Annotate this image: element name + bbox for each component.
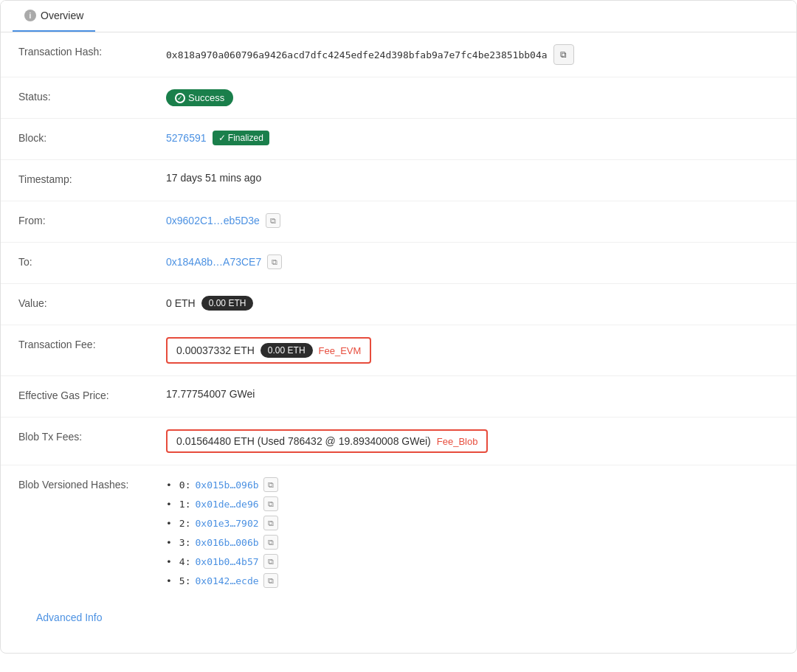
status-value: ✓ Success — [166, 89, 779, 106]
blob-hash-link[interactable]: 0x01b0…4b57 — [195, 556, 258, 567]
advanced-info-link[interactable]: Advanced Info — [18, 600, 120, 635]
effective-gas-price-value: 17.77754007 GWei — [166, 388, 779, 400]
blob-hash-copy-button[interactable]: ⧉ — [263, 535, 278, 550]
eth-value-text: 0 ETH — [166, 297, 196, 309]
to-copy-button[interactable]: ⧉ — [267, 254, 282, 269]
effective-gas-price-row: Effective Gas Price: 17.77754007 GWei — [1, 376, 796, 418]
transaction-fee-eth: 0.00037332 ETH — [176, 344, 255, 356]
blob-bullet: • — [166, 499, 172, 510]
status-badge: ✓ Success — [166, 89, 233, 106]
transaction-details: Transaction Hash: 0x818a970a060796a9426a… — [1, 32, 796, 600]
blob-hash-item: •5: 0x0142…ecde⧉ — [166, 573, 278, 588]
blob-hash-item: •2: 0x01e3…7902⧉ — [166, 516, 278, 530]
block-value: 5276591 ✓ Finalized — [166, 131, 779, 145]
from-address-link[interactable]: 0x9602C1…eb5D3e — [166, 215, 260, 226]
to-row: To: 0x184A8b…A73CE7 ⧉ — [1, 243, 796, 284]
tab-bar: i Overview — [1, 1, 796, 32]
blob-hash-index: 4: — [179, 556, 191, 567]
effective-gas-price-label: Effective Gas Price: — [18, 388, 166, 401]
blob-bullet: • — [166, 537, 172, 548]
blob-bullet: • — [166, 575, 172, 586]
to-label: To: — [18, 254, 166, 268]
blob-hash-copy-button[interactable]: ⧉ — [263, 477, 278, 492]
tab-overview[interactable]: i Overview — [13, 1, 95, 32]
blob-hash-link[interactable]: 0x01e3…7902 — [195, 518, 258, 529]
blob-hash-index: 5: — [179, 575, 191, 586]
block-number-link[interactable]: 5276591 — [166, 132, 207, 144]
from-row: From: 0x9602C1…eb5D3e ⧉ — [1, 201, 796, 243]
blob-hash-copy-button[interactable]: ⧉ — [263, 554, 278, 569]
blob-hash-item: •0: 0x015b…096b⧉ — [166, 477, 278, 492]
to-address-link[interactable]: 0x184A8b…A73CE7 — [166, 256, 261, 268]
blob-hash-item: •3: 0x016b…006b⧉ — [166, 535, 278, 550]
transaction-fee-label: Transaction Fee: — [18, 337, 166, 350]
status-badge-text: Success — [188, 92, 224, 103]
blob-hash-item: •1: 0x01de…de96⧉ — [166, 496, 278, 511]
transaction-fee-badge: 0.00 ETH — [261, 343, 313, 358]
value-label: Value: — [18, 296, 166, 309]
blob-hash-copy-button[interactable]: ⧉ — [263, 573, 278, 588]
block-row: Block: 5276591 ✓ Finalized — [1, 119, 796, 160]
advanced-info-section: Advanced Info — [1, 600, 796, 653]
check-circle-icon: ✓ — [175, 93, 185, 103]
blob-hash-index: 3: — [179, 537, 191, 548]
blob-hash-link[interactable]: 0x01de…de96 — [195, 499, 258, 510]
blob-bullet: • — [166, 479, 172, 491]
timestamp-value: 17 days 51 mins ago — [166, 172, 779, 184]
blob-versioned-hashes-label: Blob Versioned Hashes: — [18, 477, 166, 491]
overview-tab-icon: i — [24, 10, 36, 21]
blob-versioned-hashes-row: Blob Versioned Hashes: •0: 0x015b…096b⧉•… — [1, 465, 796, 600]
blob-hash-copy-button[interactable]: ⧉ — [263, 496, 278, 511]
blob-hash-index: 1: — [179, 499, 191, 510]
blob-bullet: • — [166, 556, 172, 567]
transaction-hash-row: Transaction Hash: 0x818a970a060796a9426a… — [1, 32, 796, 77]
blob-hash-link[interactable]: 0x0142…ecde — [195, 575, 258, 586]
to-value: 0x184A8b…A73CE7 ⧉ — [166, 254, 779, 269]
blob-tx-fees-label: Blob Tx Fees: — [18, 429, 166, 443]
blob-hash-list: •0: 0x015b…096b⧉•1: 0x01de…de96⧉•2: 0x01… — [166, 477, 278, 588]
status-row: Status: ✓ Success — [1, 77, 796, 119]
value-row: Value: 0 ETH 0.00 ETH — [1, 284, 796, 325]
blob-fee-text: 0.01564480 ETH (Used 786432 @ 19.8934000… — [176, 435, 431, 447]
blob-hash-copy-button[interactable]: ⧉ — [263, 516, 278, 530]
blob-tx-fees-row: Blob Tx Fees: 0.01564480 ETH (Used 78643… — [1, 418, 796, 465]
transaction-fee-box: 0.00037332 ETH 0.00 ETH Fee_EVM — [166, 337, 371, 364]
transaction-hash-label: Transaction Hash: — [18, 44, 166, 58]
from-value: 0x9602C1…eb5D3e ⧉ — [166, 213, 779, 228]
blob-hash-index: 0: — [179, 479, 191, 491]
timestamp-text: 17 days 51 mins ago — [166, 172, 261, 184]
fee-blob-label: Fee_Blob — [437, 436, 478, 447]
gas-price-text: 17.77754007 GWei — [166, 388, 255, 400]
blob-hash-index: 2: — [179, 518, 191, 529]
overview-tab-label: Overview — [41, 10, 83, 21]
blob-versioned-hashes-value: •0: 0x015b…096b⧉•1: 0x01de…de96⧉•2: 0x01… — [166, 477, 779, 588]
blob-hash-link[interactable]: 0x015b…096b — [195, 479, 258, 491]
from-label: From: — [18, 213, 166, 226]
blob-hash-item: •4: 0x01b0…4b57⧉ — [166, 554, 278, 569]
transaction-hash-value: 0x818a970a060796a9426acd7dfc4245edfe24d3… — [166, 44, 779, 65]
finalized-badge: ✓ Finalized — [213, 131, 269, 145]
blob-hash-link[interactable]: 0x016b…006b — [195, 537, 258, 548]
block-label: Block: — [18, 131, 166, 144]
fee-evm-label: Fee_EVM — [319, 345, 362, 356]
eth-value-badge: 0.00 ETH — [201, 296, 254, 311]
status-label: Status: — [18, 89, 166, 103]
transaction-fee-row: Transaction Fee: 0.00037332 ETH 0.00 ETH… — [1, 325, 796, 376]
timestamp-row: Timestamp: 17 days 51 mins ago — [1, 160, 796, 201]
blob-tx-fees-value: 0.01564480 ETH (Used 786432 @ 19.8934000… — [166, 429, 779, 453]
blob-bullet: • — [166, 518, 172, 529]
blob-tx-fees-box: 0.01564480 ETH (Used 786432 @ 19.8934000… — [166, 429, 488, 453]
value-value: 0 ETH 0.00 ETH — [166, 296, 779, 311]
timestamp-label: Timestamp: — [18, 172, 166, 185]
transaction-overview-panel: i Overview Transaction Hash: 0x818a970a0… — [0, 0, 797, 654]
transaction-hash-copy-button[interactable]: ⧉ — [553, 44, 574, 65]
transaction-hash-text: 0x818a970a060796a9426acd7dfc4245edfe24d3… — [166, 49, 548, 60]
from-copy-button[interactable]: ⧉ — [266, 213, 280, 228]
transaction-fee-value: 0.00037332 ETH 0.00 ETH Fee_EVM — [166, 337, 779, 364]
